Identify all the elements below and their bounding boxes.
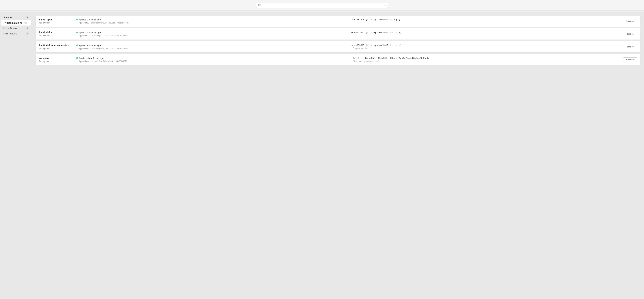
status-row: Applied 2 minutes ago xyxy=(76,18,345,21)
status-dot xyxy=(76,31,78,33)
kustomization-list: builtin-apps flux-system Applied 2 minut… xyxy=(36,15,640,65)
card-status: Applied about 1 hour ago Applied revisio… xyxy=(73,57,348,62)
sidebar-item-badge: 5 xyxy=(26,32,29,35)
sidebar-item-badge: 3 xyxy=(26,16,29,18)
status-revision: Applied revision: main@sha1:a9033917cc27… xyxy=(76,34,345,37)
card-source: v0.1.0-rc.9@sha256:1154a066cf028ccff4c54… xyxy=(348,57,623,62)
card-namespace: flux-system xyxy=(39,60,73,62)
main-layout: Sources 3 Kustomizations 4 Helm Releases… xyxy=(0,13,644,299)
content-area: builtin-apps flux-system Applied 2 minut… xyxy=(32,13,644,299)
kustomization-card: capacitor flux-system Applied about 1 ho… xyxy=(36,54,640,65)
kustomization-card: builtin-infra flux-system Applied 2 minu… xyxy=(36,28,640,40)
card-status: Applied 2 minutes ago Applied revision: … xyxy=(73,44,348,50)
status-revision: Applied revision: v0.1.0-rc.9@sha256:115… xyxy=(76,60,345,62)
card-source: → a9033917 (flux-system/builtin-infra) .… xyxy=(348,44,623,50)
sidebar-item-sources[interactable]: Sources 3 xyxy=(0,15,32,20)
card-info: builtin-infra flux-system xyxy=(39,31,73,37)
source-path: ./dependencies xyxy=(352,47,620,50)
source-ref: → a9033917 (flux-system/builtin-infra) xyxy=(352,31,620,34)
sidebar-item-kustomizations[interactable]: Kustomizations 4 xyxy=(1,20,31,25)
sidebar-item-label: Flux Runtime xyxy=(4,32,17,35)
reset-button[interactable] xyxy=(383,5,386,6)
status-dot xyxy=(76,57,78,59)
card-info: builtin-apps flux-system xyxy=(39,18,73,24)
divider xyxy=(0,11,644,13)
top-bar: ⌦ xyxy=(0,0,644,11)
source-path: (flux-system/capacitor) xyxy=(352,60,620,62)
card-namespace: flux-system xyxy=(39,21,73,24)
reconcile-button[interactable]: Reconcile xyxy=(623,32,637,36)
card-name: capacitor xyxy=(39,57,73,59)
sidebar-item-label: Helm Releases xyxy=(4,27,20,29)
status-row: Applied 2 minutes ago xyxy=(76,44,345,47)
status-revision: Applied revision: main@sha1:f34819e5a789… xyxy=(76,22,345,24)
card-name: builtin-apps xyxy=(39,18,73,21)
card-name: builtin-infra xyxy=(39,31,73,34)
kustomization-card: builtin-apps flux-system Applied 2 minut… xyxy=(36,15,640,27)
source-ref: → f34819e5 (flux-system/builtin-apps) xyxy=(352,18,620,21)
sidebar-item-badge: 4 xyxy=(24,22,28,24)
reconcile-button[interactable]: Reconcile xyxy=(623,57,637,62)
sidebar-item-flux-runtime[interactable]: Flux Runtime 5 xyxy=(0,31,32,36)
sidebar-item-badge: 3 xyxy=(26,27,29,29)
source-ref: → a9033917 (flux-system/builtin-infra) xyxy=(352,44,620,47)
card-info: builtin-infra-dependencies flux-system xyxy=(39,44,73,50)
reconcile-button[interactable]: Reconcile xyxy=(623,45,637,49)
card-source: → f34819e5 (flux-system/builtin-apps) ./ xyxy=(348,18,623,24)
status-dot xyxy=(76,44,78,46)
filter-container: ⌦ xyxy=(256,3,388,8)
card-namespace: flux-system xyxy=(39,34,73,37)
card-name: builtin-infra-dependencies xyxy=(39,44,73,47)
status-text: Applied 2 minutes ago xyxy=(79,18,101,21)
sidebar-item-label: Sources xyxy=(4,16,12,19)
status-revision: Applied revision: main@sha1:a9033917cc27… xyxy=(76,47,345,50)
status-row: Applied 2 minutes ago xyxy=(76,31,345,34)
status-row: Applied about 1 hour ago xyxy=(76,57,345,59)
source-path: ./ xyxy=(352,22,620,24)
status-text: Applied about 1 hour ago xyxy=(79,57,104,59)
reconcile-button[interactable]: Reconcile xyxy=(623,19,637,23)
sidebar-item-helm-releases[interactable]: Helm Releases 3 xyxy=(0,25,32,31)
status-dot xyxy=(76,19,78,20)
status-text: Applied 2 minutes ago xyxy=(79,31,101,34)
status-text: Applied 2 minutes ago xyxy=(79,44,101,47)
scroll-down-icon: ↓ xyxy=(639,291,640,294)
card-source: → a9033917 (flux-system/builtin-infra) .… xyxy=(348,31,623,37)
card-namespace: flux-system xyxy=(39,47,73,50)
filter-icon: ⌦ xyxy=(258,4,262,6)
kustomization-card: builtin-infra-dependencies flux-system A… xyxy=(36,41,640,52)
sidebar-item-label: Kustomizations xyxy=(5,21,22,24)
sidebar: Sources 3 Kustomizations 4 Helm Releases… xyxy=(0,13,32,299)
source-ref: v0.1.0-rc.9@sha256:1154a066cf028ccff4c54… xyxy=(352,57,620,59)
card-status: Applied 2 minutes ago Applied revision: … xyxy=(73,18,348,24)
card-info: capacitor flux-system xyxy=(39,57,73,62)
card-status: Applied 2 minutes ago Applied revision: … xyxy=(73,31,348,37)
source-path: ./ xyxy=(352,34,620,37)
filter-input[interactable] xyxy=(263,4,383,6)
